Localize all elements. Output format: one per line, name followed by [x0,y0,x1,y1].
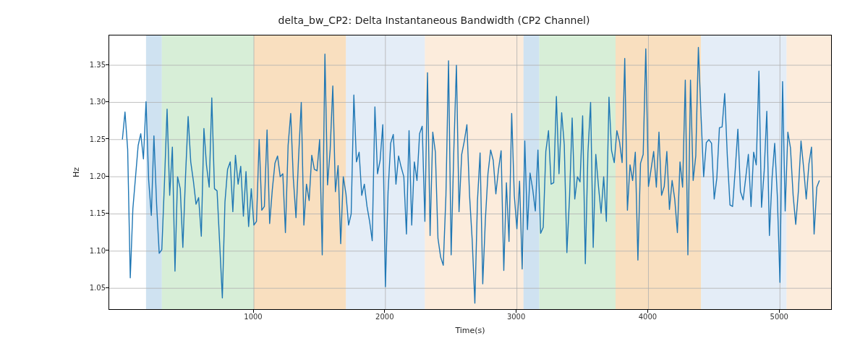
x-tick: 1000 [231,313,275,321]
svg-rect-9 [786,35,832,310]
y-tick: 1.10 [62,246,106,254]
x-axis-label: Time(s) [455,326,485,335]
y-tick: 1.15 [62,209,106,217]
x-tick: 4000 [626,313,669,321]
svg-rect-7 [616,35,701,310]
x-tick: 3000 [495,313,538,321]
x-tick: 2000 [363,313,407,321]
y-tick: 1.05 [62,284,106,292]
x-tick: 5000 [757,313,801,321]
y-tick: 1.20 [62,172,106,180]
svg-rect-2 [254,35,346,310]
y-tick: 1.30 [62,98,106,106]
y-tick: 1.35 [62,61,106,69]
figure: delta_bw_CP2: Delta Instantaneous Bandwi… [0,0,868,362]
svg-rect-4 [425,35,523,310]
plot-area [109,35,832,310]
chart-title: delta_bw_CP2: Delta Instantaneous Bandwi… [0,14,868,26]
svg-rect-8 [701,35,786,310]
plot-svg [109,35,832,310]
y-tick: 1.25 [62,135,106,143]
background-bands [146,35,832,310]
